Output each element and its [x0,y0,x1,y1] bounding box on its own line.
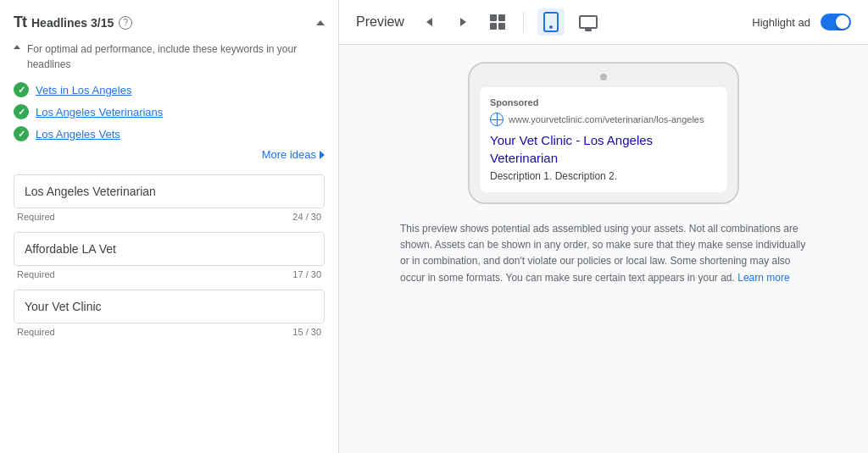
desktop-icon [579,15,598,29]
headline-meta-2: Required 17 / 30 [14,269,325,279]
section-header-left: Tt Headlines 3/15 ? [14,14,132,31]
headline-meta-1: Required 24 / 30 [14,212,325,222]
char-count-1: 24 / 30 [292,212,321,222]
ad-url: www.yourvetclinic.com/veterinarian/los-a… [509,114,704,124]
headline-value-2: Affordable LA Vet [25,242,116,256]
keyword-item-1: Vets in Los Angeles [14,82,325,97]
char-count-2: 17 / 30 [292,269,321,279]
desktop-device-button[interactable] [575,8,602,36]
prev-icon [426,18,432,26]
check-icon-3 [14,126,29,141]
more-ideas-button[interactable]: More ideas [14,148,325,161]
hint-collapse-icon[interactable] [14,45,20,49]
keyword-link-1[interactable]: Vets in Los Angeles [36,84,131,97]
keywords-hint-text: For optimal ad performance, include thes… [27,41,325,72]
next-button[interactable] [452,10,476,34]
ad-url-row: www.yourvetclinic.com/veterinarian/los-a… [490,113,717,126]
more-ideas-chevron-icon [320,151,325,159]
preview-content: Sponsored www.yourvetclinic.com/veterina… [339,45,868,453]
mobile-icon [543,12,559,32]
right-panel: Preview Highlight ad [339,0,868,453]
required-label-3: Required [17,327,55,337]
sponsored-label: Sponsored [490,97,717,108]
more-ideas-label: More ideas [262,148,316,161]
ad-card: Sponsored www.yourvetclinic.com/veterina… [480,87,727,192]
keyword-item-3: Los Angeles Vets [14,126,325,141]
globe-icon [490,113,504,126]
device-separator [523,12,524,32]
keyword-item-2: Los Angeles Veterinarians [14,104,325,119]
highlight-ad-toggle[interactable] [821,14,851,30]
keywords-hint: For optimal ad performance, include thes… [14,41,325,72]
keyword-link-2[interactable]: Los Angeles Veterinarians [36,106,163,119]
prev-button[interactable] [418,10,442,34]
required-label-2: Required [17,269,55,279]
collapse-icon[interactable] [316,20,325,25]
headline-field-1[interactable]: Los Angeles Veterinarian [14,174,325,208]
check-icon-1 [14,82,29,97]
keyword-link-3[interactable]: Los Angeles Vets [36,128,120,141]
preview-title: Preview [356,14,404,30]
section-title: Headlines 3/15 [31,16,114,30]
check-icon-2 [14,104,29,119]
phone-camera-icon [600,74,607,80]
info-text: This preview shows potential ads assembl… [400,221,807,286]
phone-mockup: Sponsored www.yourvetclinic.com/veterina… [468,62,739,204]
grid-view-button[interactable] [486,10,509,34]
char-count-3: 15 / 30 [292,327,321,337]
required-label-1: Required [17,212,55,222]
tt-icon: Tt [14,14,26,31]
grid-icon [490,14,505,30]
phone-top [480,74,727,80]
headline-field-3[interactable]: Your Vet Clinic [14,290,325,323]
headline-field-2[interactable]: Affordable LA Vet [14,232,325,266]
next-icon [460,18,466,26]
headline-value-3: Your Vet Clinic [25,300,102,313]
ad-description: Description 1. Description 2. [490,170,717,182]
highlight-ad-label: Highlight ad [752,16,810,29]
section-header: Tt Headlines 3/15 ? [14,14,325,31]
learn-more-link[interactable]: Learn more [737,272,789,284]
left-panel: Tt Headlines 3/15 ? For optimal ad perfo… [0,0,339,453]
headline-meta-3: Required 15 / 30 [14,327,325,337]
headline-value-1: Los Angeles Veterinarian [25,185,156,198]
ad-headline: Your Vet Clinic - Los Angeles Veterinari… [490,131,717,167]
help-icon[interactable]: ? [119,16,132,30]
preview-toolbar: Preview Highlight ad [339,0,868,45]
mobile-device-button[interactable] [537,8,565,36]
